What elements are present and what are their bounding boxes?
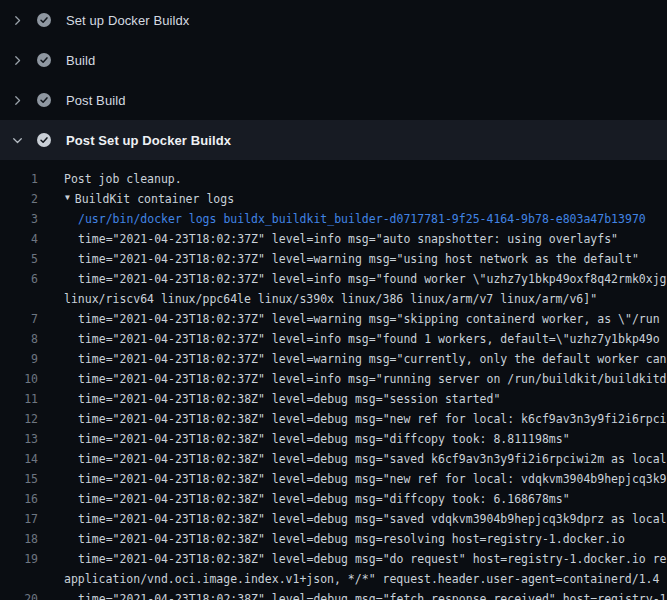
log-line: 14time="2021-04-23T18:02:38Z" level=debu… [0, 449, 667, 469]
log-line-number[interactable]: 14 [0, 449, 38, 469]
log-line: 9time="2021-04-23T18:02:37Z" level=warni… [0, 349, 667, 369]
log-line-number[interactable]: 15 [0, 469, 38, 489]
step-label: Post Set up Docker Buildx [66, 133, 231, 148]
log-text: time="2021-04-23T18:02:38Z" level=debug … [38, 509, 667, 529]
log-text: time="2021-04-23T18:02:37Z" level=warnin… [38, 349, 667, 369]
log-line: application/vnd.oci.image.index.v1+json,… [0, 569, 667, 589]
log-text: time="2021-04-23T18:02:38Z" level=debug … [38, 469, 667, 489]
log-line: 1Post job cleanup. [0, 169, 667, 189]
log-line: 10time="2021-04-23T18:02:37Z" level=info… [0, 369, 667, 389]
log-text: time="2021-04-23T18:02:37Z" level=info m… [38, 329, 660, 349]
log-text: time="2021-04-23T18:02:38Z" level=debug … [38, 489, 570, 509]
log-line-number[interactable]: 9 [0, 349, 38, 369]
log-text: time="2021-04-23T18:02:38Z" level=debug … [38, 389, 500, 409]
actions-log-viewer: Set up Docker BuildxBuildPost BuildPost … [0, 0, 667, 600]
log-line-number[interactable]: 2 [0, 189, 38, 209]
step-label: Set up Docker Buildx [66, 13, 189, 28]
log-text: time="2021-04-23T18:02:38Z" level=debug … [38, 429, 570, 449]
log-line-number[interactable]: 8 [0, 329, 38, 349]
step-header-post-set-up-docker-buildx[interactable]: Post Set up Docker Buildx [0, 120, 667, 160]
log-line: 2▼BuildKit container logs [0, 189, 667, 209]
step-header-post-build[interactable]: Post Build [0, 80, 667, 120]
log-line: 4time="2021-04-23T18:02:37Z" level=info … [0, 229, 667, 249]
log-line: 13time="2021-04-23T18:02:38Z" level=debu… [0, 429, 667, 449]
log-line: 16time="2021-04-23T18:02:38Z" level=debu… [0, 489, 667, 509]
check-circle-icon [37, 13, 51, 27]
log-line-number[interactable]: 4 [0, 229, 38, 249]
log-text: time="2021-04-23T18:02:38Z" level=debug … [38, 549, 667, 569]
check-circle-icon [37, 133, 51, 147]
log-line: 6time="2021-04-23T18:02:37Z" level=info … [0, 269, 667, 289]
log-line-number[interactable]: 3 [0, 209, 38, 229]
log-text: time="2021-04-23T18:02:37Z" level=info m… [38, 269, 667, 289]
chevron-right-icon [12, 55, 29, 66]
step-label: Build [66, 53, 95, 68]
log-line-number [0, 569, 38, 589]
log-line-number[interactable]: 12 [0, 409, 38, 429]
log-text: Post job cleanup. [38, 169, 182, 189]
step-header-set-up-docker-buildx[interactable]: Set up Docker Buildx [0, 0, 667, 40]
log-line-number [0, 289, 38, 309]
log-text: linux/riscv64 linux/ppc64le linux/s390x … [38, 289, 597, 309]
log-text: time="2021-04-23T18:02:37Z" level=warnin… [38, 249, 639, 269]
steps-list: Set up Docker BuildxBuildPost BuildPost … [0, 0, 667, 160]
log-line-number[interactable]: 1 [0, 169, 38, 189]
log-line-number[interactable]: 5 [0, 249, 38, 269]
log-line-number[interactable]: 16 [0, 489, 38, 509]
log-text: time="2021-04-23T18:02:37Z" level=info m… [38, 369, 667, 389]
log-line: 19time="2021-04-23T18:02:38Z" level=debu… [0, 549, 667, 569]
log-text: time="2021-04-23T18:02:37Z" level=warnin… [38, 309, 660, 329]
log-line: 11time="2021-04-23T18:02:38Z" level=debu… [0, 389, 667, 409]
step-header-build[interactable]: Build [0, 40, 667, 80]
log-area: 1Post job cleanup.2▼BuildKit container l… [0, 160, 667, 600]
log-line: 12time="2021-04-23T18:02:38Z" level=debu… [0, 409, 667, 429]
log-line: 5time="2021-04-23T18:02:37Z" level=warni… [0, 249, 667, 269]
log-line: linux/riscv64 linux/ppc64le linux/s390x … [0, 289, 667, 309]
log-line-number[interactable]: 18 [0, 529, 38, 549]
log-line: 17time="2021-04-23T18:02:38Z" level=debu… [0, 509, 667, 529]
log-text: application/vnd.oci.image.index.v1+json,… [38, 569, 659, 589]
log-line-number[interactable]: 6 [0, 269, 38, 289]
log-line: 3/usr/bin/docker logs buildx_buildkit_bu… [0, 209, 667, 229]
log-line: 8time="2021-04-23T18:02:37Z" level=info … [0, 329, 667, 349]
step-label: Post Build [66, 93, 126, 108]
log-text: time="2021-04-23T18:02:37Z" level=info m… [38, 229, 618, 249]
log-text: time="2021-04-23T18:02:38Z" level=debug … [38, 449, 667, 469]
chevron-down-icon [12, 135, 29, 146]
log-line-number[interactable]: 13 [0, 429, 38, 449]
check-circle-icon [37, 93, 51, 107]
log-line: 20time="2021-04-23T18:02:38Z" level=debu… [0, 589, 667, 600]
log-line-number[interactable]: 17 [0, 509, 38, 529]
log-line-number[interactable]: 20 [0, 589, 38, 600]
log-text: time="2021-04-23T18:02:38Z" level=debug … [38, 589, 667, 600]
log-group-toggle-icon[interactable]: ▼ [38, 189, 70, 208]
log-line: 15time="2021-04-23T18:02:38Z" level=debu… [0, 469, 667, 489]
chevron-right-icon [12, 15, 29, 26]
log-text: time="2021-04-23T18:02:38Z" level=debug … [38, 409, 667, 429]
log-line-number[interactable]: 11 [0, 389, 38, 409]
log-text: time="2021-04-23T18:02:38Z" level=debug … [38, 529, 625, 549]
chevron-right-icon [12, 95, 29, 106]
check-circle-icon [37, 53, 51, 67]
log-line-number[interactable]: 7 [0, 309, 38, 329]
log-line-number[interactable]: 10 [0, 369, 38, 389]
log-line: 7time="2021-04-23T18:02:37Z" level=warni… [0, 309, 667, 329]
log-text: BuildKit container logs [70, 189, 234, 209]
log-line: 18time="2021-04-23T18:02:38Z" level=debu… [0, 529, 667, 549]
log-line-number[interactable]: 19 [0, 549, 38, 569]
log-command-text: /usr/bin/docker logs buildx_buildkit_bui… [38, 209, 646, 229]
